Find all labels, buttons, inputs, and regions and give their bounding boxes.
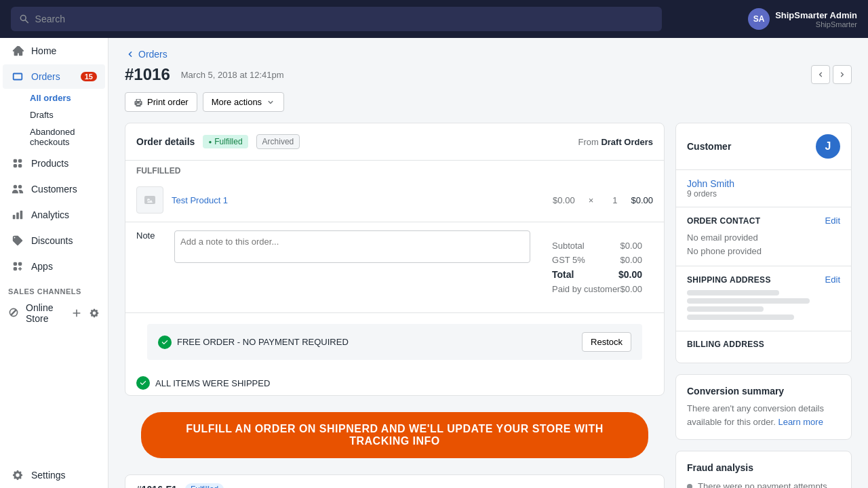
sidebar-item-analytics[interactable]: Analytics xyxy=(3,203,105,227)
sidebar-sub-drafts[interactable]: Drafts xyxy=(3,107,105,123)
orders-icon xyxy=(11,70,24,83)
contact-section: ORDER CONTACT Edit No email provided No … xyxy=(676,207,851,266)
prev-order-button[interactable] xyxy=(811,65,830,84)
analytics-icon xyxy=(11,208,24,222)
contact-header: ORDER CONTACT Edit xyxy=(687,216,840,226)
sidebar-item-apps[interactable]: Apps xyxy=(3,254,105,279)
no-phone: No phone provided xyxy=(687,245,840,258)
billing-section: BILLING ADDRESS xyxy=(676,331,851,363)
address-line4 xyxy=(687,314,794,320)
more-actions-button[interactable]: More actions xyxy=(203,92,284,112)
chevron-down-icon xyxy=(266,98,275,107)
back-arrow-icon xyxy=(125,49,136,60)
left-arrow-icon xyxy=(816,70,825,79)
free-order-section: FREE ORDER - NO PAYMENT REQUIRED Restock xyxy=(125,313,664,371)
print-icon xyxy=(134,98,143,107)
total-value: $0.00 xyxy=(618,269,642,280)
sidebar-item-home[interactable]: Home xyxy=(3,39,105,63)
subtotal-row: Subtotal $0.00 xyxy=(552,239,642,253)
avatar: SA xyxy=(748,8,770,30)
fraud-body: Fraud analysis There were no payment att… xyxy=(676,451,851,488)
next-order-button[interactable] xyxy=(833,65,852,84)
sidebar-apps-label: Apps xyxy=(31,261,53,272)
notification-banner: FULFILL AN ORDER ON SHIPNERD AND WE'LL U… xyxy=(141,412,648,458)
user-store: ShipSmarter xyxy=(775,20,857,28)
sidebar-item-orders[interactable]: Orders 15 xyxy=(3,64,105,89)
print-order-button[interactable]: Print order xyxy=(125,92,197,112)
nav-arrows xyxy=(811,65,852,84)
order-details-card: Order details Fulfilled Archived From Dr… xyxy=(125,123,665,396)
free-order-text: FREE ORDER - NO PAYMENT REQUIRED xyxy=(177,337,576,347)
right-arrow-icon xyxy=(837,70,847,79)
conversion-card: Conversion summary There aren't any conv… xyxy=(675,374,852,440)
fraud-card: Fraud analysis There were no payment att… xyxy=(675,451,852,488)
search-container xyxy=(11,7,662,31)
subtotal-value: $0.00 xyxy=(620,241,642,251)
note-section: Note Subtotal $0.00 GST 5% $0.00 xyxy=(125,222,664,313)
fulfillment-status: Fulfilled xyxy=(185,483,224,488)
sidebar-item-customers[interactable]: Customers xyxy=(3,177,105,201)
sidebar: Home Orders 15 All orders Drafts Abandon… xyxy=(0,38,108,488)
free-order-row: FREE ORDER - NO PAYMENT REQUIRED Restock xyxy=(147,324,642,360)
note-input[interactable] xyxy=(174,230,530,263)
from-label: From Draft Orders xyxy=(578,137,653,147)
fraud-title: Fraud analysis xyxy=(687,462,840,473)
side-column: Customer J John Smith 9 orders ORDER CON… xyxy=(675,123,852,488)
customer-card-header: Customer J xyxy=(676,123,851,169)
main-column: Order details Fulfilled Archived From Dr… xyxy=(125,123,665,488)
address-line1 xyxy=(687,290,779,296)
breadcrumb-link[interactable]: Orders xyxy=(125,49,852,60)
fraud-dot-1 xyxy=(687,484,692,489)
billing-section-label: BILLING ADDRESS xyxy=(687,340,764,349)
order-details-header: Order details Fulfilled Archived From Dr… xyxy=(125,123,664,161)
order-details-title: Order details xyxy=(136,136,195,147)
add-channel-icon[interactable] xyxy=(71,308,82,319)
customer-card: Customer J John Smith 9 orders ORDER CON… xyxy=(675,123,852,363)
billing-header: BILLING ADDRESS xyxy=(687,340,840,349)
customer-name-section: John Smith 9 orders xyxy=(676,170,851,207)
fulfillment-header: #1016-F1 Fulfilled xyxy=(125,475,664,488)
online-store-label: Online Store xyxy=(26,302,64,324)
action-bar: Print order More actions xyxy=(108,92,868,123)
conversion-body: Conversion summary There aren't any conv… xyxy=(676,375,851,439)
sidebar-sub-abandoned[interactable]: Abandoned checkouts xyxy=(3,124,105,150)
online-store-icon xyxy=(8,307,19,320)
product-name-link[interactable]: Test Product 1 xyxy=(172,195,545,205)
sidebar-item-online-store[interactable]: Online Store xyxy=(0,298,108,328)
product-total: $0.00 xyxy=(631,195,653,205)
restock-button[interactable]: Restock xyxy=(582,332,631,352)
paid-row: Paid by customer $0.00 xyxy=(552,282,642,296)
settings-channel-icon[interactable] xyxy=(89,308,100,319)
gst-row: GST 5% $0.00 xyxy=(552,253,642,267)
sidebar-item-products[interactable]: Products xyxy=(3,151,105,176)
sidebar-item-settings[interactable]: Settings xyxy=(3,463,105,487)
learn-more-link[interactable]: Learn more xyxy=(778,417,823,427)
total-label: Total xyxy=(552,269,574,280)
shipping-edit-link[interactable]: Edit xyxy=(825,274,840,285)
search-input[interactable] xyxy=(35,14,654,24)
contact-edit-link[interactable]: Edit xyxy=(825,216,840,226)
search-icon xyxy=(19,14,30,24)
breadcrumb-text: Orders xyxy=(138,49,167,60)
all-shipped-text: ALL ITEMS WERE SHIPPED xyxy=(155,378,270,388)
more-actions-label: More actions xyxy=(212,97,262,107)
user-name: ShipSmarter Admin xyxy=(775,10,857,20)
fulfilled-badge: Fulfilled xyxy=(203,135,248,148)
product-qty-separator: × xyxy=(589,195,594,205)
customer-name-link[interactable]: John Smith xyxy=(687,178,840,189)
conversion-text: There aren't any conversion details avai… xyxy=(687,402,840,428)
sidebar-item-discounts[interactable]: Discounts xyxy=(3,228,105,253)
settings-label: Settings xyxy=(31,470,66,481)
order-date: March 5, 2018 at 12:41pm xyxy=(181,70,284,80)
sidebar-discounts-label: Discounts xyxy=(31,235,73,246)
sidebar-home-label: Home xyxy=(31,45,56,56)
fulfillment-id: #1016-F1 xyxy=(136,484,177,488)
sidebar-analytics-label: Analytics xyxy=(31,209,69,220)
fulfilled-section-label: FULFILLED xyxy=(125,161,664,178)
sidebar-sub-all-orders[interactable]: All orders xyxy=(3,90,105,106)
user-info: ShipSmarter Admin ShipSmarter xyxy=(775,10,857,28)
fulfillment-card: #1016-F1 Fulfilled Carrier UPS Tracking … xyxy=(125,474,665,488)
product-quantity: 1 xyxy=(612,195,617,205)
sidebar-products-label: Products xyxy=(31,158,68,169)
totals-section: Subtotal $0.00 GST 5% $0.00 Total $0.00 xyxy=(541,230,653,304)
